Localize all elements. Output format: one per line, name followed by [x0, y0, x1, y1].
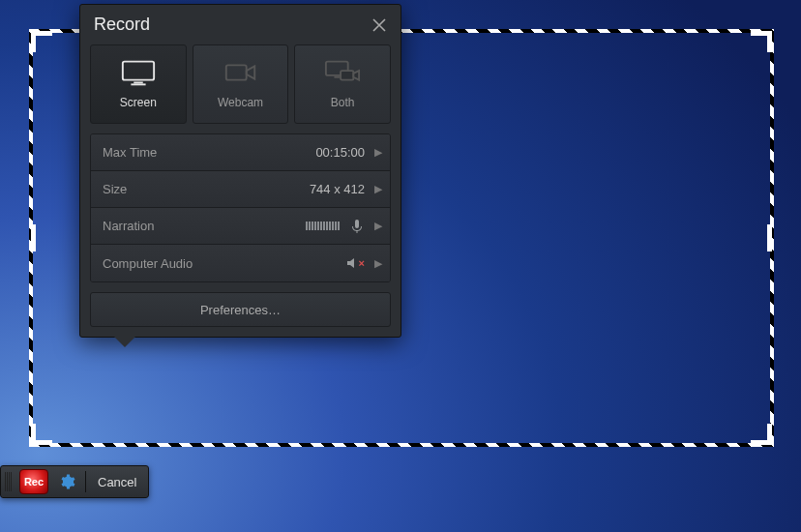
- svg-rect-6: [341, 71, 353, 80]
- panel-title: Record: [94, 15, 150, 35]
- source-both-label: Both: [331, 96, 355, 109]
- svg-rect-2: [131, 83, 145, 85]
- chevron-right-icon: ▶: [374, 257, 382, 270]
- source-webcam-button[interactable]: Webcam: [193, 44, 289, 124]
- resize-handle-bl[interactable]: [31, 424, 52, 445]
- resize-handle-tr[interactable]: [751, 31, 772, 52]
- svg-rect-5: [335, 76, 341, 78]
- max-time-label: Max Time: [103, 145, 157, 160]
- record-button[interactable]: Rec: [19, 469, 48, 494]
- computer-audio-label: Computer Audio: [103, 256, 193, 271]
- webcam-icon: [222, 59, 259, 86]
- speaker-muted-icon: ×: [345, 255, 365, 271]
- max-time-row[interactable]: Max Time 00:15:00 ▶: [91, 134, 390, 171]
- record-panel: Record Screen Webcam: [79, 4, 401, 338]
- close-icon[interactable]: [371, 17, 387, 33]
- size-row[interactable]: Size 744 x 412 ▶: [91, 171, 390, 208]
- resize-handle-right[interactable]: [767, 224, 772, 251]
- size-label: Size: [103, 182, 127, 196]
- narration-row[interactable]: Narration ▶: [91, 208, 390, 245]
- settings-button[interactable]: [54, 469, 79, 494]
- narration-label: Narration: [103, 219, 154, 233]
- preferences-button[interactable]: Preferences…: [90, 292, 391, 327]
- monitor-icon: [120, 59, 157, 86]
- source-webcam-label: Webcam: [218, 96, 263, 109]
- computer-audio-row[interactable]: Computer Audio × ▶: [91, 245, 390, 281]
- recorder-toolbar: Rec Cancel: [0, 465, 149, 498]
- chevron-right-icon: ▶: [374, 220, 382, 232]
- resize-handle-left[interactable]: [31, 224, 36, 251]
- source-screen-button[interactable]: Screen: [90, 44, 187, 124]
- settings-list: Max Time 00:15:00 ▶ Size 744 x 412 ▶ Nar…: [90, 133, 391, 282]
- svg-rect-0: [123, 62, 154, 80]
- resize-handle-br[interactable]: [751, 424, 772, 445]
- drag-handle[interactable]: [5, 472, 12, 491]
- audio-meter: [306, 222, 340, 230]
- chevron-right-icon: ▶: [374, 183, 382, 195]
- separator: [85, 471, 86, 492]
- source-screen-label: Screen: [120, 96, 157, 109]
- resize-handle-tl[interactable]: [31, 31, 52, 52]
- svg-rect-3: [225, 65, 246, 79]
- max-time-value: 00:15:00: [315, 145, 365, 160]
- screen-webcam-icon: [324, 59, 361, 86]
- cancel-button[interactable]: Cancel: [92, 475, 142, 489]
- source-both-button[interactable]: Both: [294, 44, 391, 124]
- microphone-icon: [349, 219, 365, 234]
- source-selector: Screen Webcam Both: [90, 44, 391, 124]
- chevron-right-icon: ▶: [374, 146, 382, 159]
- gear-icon: [58, 473, 75, 490]
- size-value: 744 x 412: [310, 182, 365, 196]
- svg-rect-1: [134, 82, 143, 84]
